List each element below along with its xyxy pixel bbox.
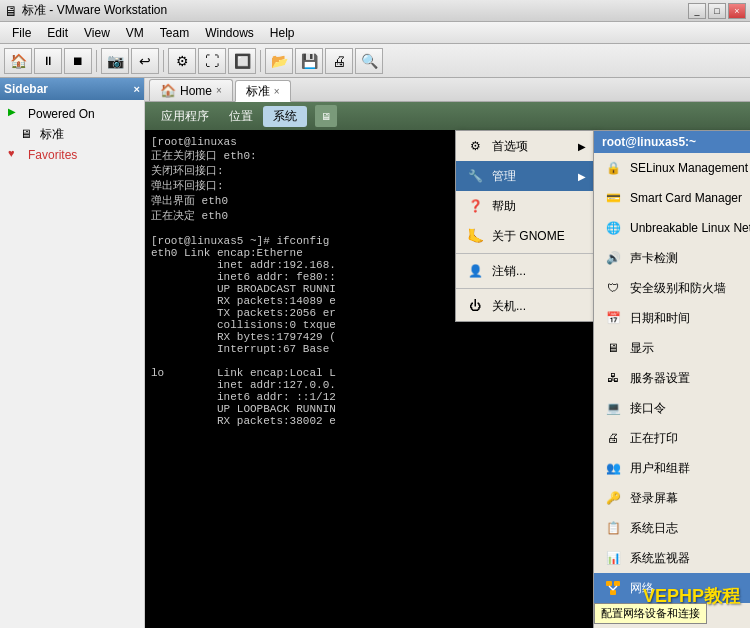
toolbar-pause[interactable]: ⏸ <box>34 48 62 74</box>
sysmonitor-icon: 📊 <box>602 547 624 569</box>
datetime-label: 日期和时间 <box>630 310 690 327</box>
toolbar-settings[interactable]: ⚙ <box>168 48 196 74</box>
toolbar-btn2[interactable]: 💾 <box>295 48 323 74</box>
tab-area: 🏠 Home × 标准 × 应用程序 位置 系统 🖥 [root@linuxas… <box>145 78 750 628</box>
gnome-places-menu[interactable]: 位置 <box>219 106 263 127</box>
firewall-label: 安全级别和防火墙 <box>630 280 726 297</box>
favorites-label: Favorites <box>28 148 77 162</box>
network-config-label: Unbreakable Linux Network Configuration <box>630 221 750 235</box>
toolbar-revert[interactable]: ↩ <box>131 48 159 74</box>
sidebar-powered-on-label: Powered On <box>28 107 95 121</box>
sound-label: 声卡检测 <box>630 250 678 267</box>
admin-sound[interactable]: 🔊 声卡检测 <box>594 243 750 273</box>
admin-terminal[interactable]: 💻 接口令 <box>594 393 750 423</box>
toolbar-btn3[interactable]: 🖨 <box>325 48 353 74</box>
toolbar-snapshot[interactable]: 📷 <box>101 48 129 74</box>
admin-network-config[interactable]: 🌐 Unbreakable Linux Network Configuratio… <box>594 213 750 243</box>
admin-printing[interactable]: 🖨 正在打印 <box>594 423 750 453</box>
admin-arrow: ▶ <box>578 171 586 182</box>
svg-rect-0 <box>606 581 612 586</box>
menu-shutdown[interactable]: ⏻ 关机... <box>456 291 594 321</box>
syslog-label: 系统日志 <box>630 520 678 537</box>
help-label: 帮助 <box>492 198 516 215</box>
svg-rect-1 <box>614 581 620 586</box>
toolbar-home[interactable]: 🏠 <box>4 48 32 74</box>
sound-icon: 🔊 <box>602 247 624 269</box>
admin-firewall[interactable]: 🛡 安全级别和防火墙 <box>594 273 750 303</box>
help-icon: ❓ <box>464 195 486 217</box>
vm-tab-close[interactable]: × <box>274 86 280 97</box>
menu-file[interactable]: File <box>4 24 39 42</box>
vm-content: 应用程序 位置 系统 🖥 [root@linuxas 正在关闭接口 eth0: … <box>145 102 750 628</box>
selinux-label: SELinux Management <box>630 161 748 175</box>
toolbar-unity[interactable]: 🔲 <box>228 48 256 74</box>
server-label: 服务器设置 <box>630 370 690 387</box>
vm-icon: 🖥 <box>20 127 36 143</box>
admin-sysmonitor[interactable]: 📊 系统监视器 <box>594 543 750 573</box>
admin-datetime[interactable]: 📅 日期和时间 <box>594 303 750 333</box>
home-tab-close[interactable]: × <box>216 85 222 96</box>
firewall-icon: 🛡 <box>602 277 624 299</box>
toolbar-sep1 <box>96 50 97 72</box>
menu-edit[interactable]: Edit <box>39 24 76 42</box>
about-icon: 🦶 <box>464 225 486 247</box>
minimize-button[interactable]: _ <box>688 3 706 19</box>
sidebar-vm-item[interactable]: 🖥 标准 <box>4 124 140 145</box>
powered-on-icon: ▶ <box>8 106 24 122</box>
menu-sep2 <box>456 288 594 289</box>
preferences-arrow: ▶ <box>578 141 586 152</box>
admin-syslog[interactable]: 📋 系统日志 <box>594 513 750 543</box>
window-controls: _ □ × <box>688 3 746 19</box>
admin-users[interactable]: 👥 用户和组群 <box>594 453 750 483</box>
vm-tab-label: 标准 <box>246 83 270 100</box>
network-config-icon: 🌐 <box>602 217 624 239</box>
menu-team[interactable]: Team <box>152 24 197 42</box>
users-icon: 👥 <box>602 457 624 479</box>
menu-view[interactable]: View <box>76 24 118 42</box>
toolbar-fullscreen[interactable]: ⛶ <box>198 48 226 74</box>
close-button[interactable]: × <box>728 3 746 19</box>
sidebar-title: Sidebar <box>4 82 48 96</box>
menu-help[interactable]: Help <box>262 24 303 42</box>
shutdown-label: 关机... <box>492 298 526 315</box>
sysmonitor-label: 系统监视器 <box>630 550 690 567</box>
toolbar-btn1[interactable]: 📂 <box>265 48 293 74</box>
menu-windows[interactable]: Windows <box>197 24 262 42</box>
preferences-icon: ⚙ <box>464 135 486 157</box>
admin-server[interactable]: 🖧 服务器设置 ▶ <box>594 363 750 393</box>
system-dropdown: ⚙ 首选项 ▶ 🔧 管理 ▶ ❓ 帮助 🦶 关于 GNOME <box>455 130 595 322</box>
menu-logout[interactable]: 👤 注销... <box>456 256 594 286</box>
menu-vm[interactable]: VM <box>118 24 152 42</box>
tab-home[interactable]: 🏠 Home × <box>149 79 233 101</box>
gnome-system-menu[interactable]: 系统 <box>263 106 307 127</box>
menu-help[interactable]: ❓ 帮助 <box>456 191 594 221</box>
toolbar: 🏠 ⏸ ⏹ 📷 ↩ ⚙ ⛶ 🔲 📂 💾 🖨 🔍 <box>0 44 750 78</box>
admin-selinux[interactable]: 🔒 SELinux Management <box>594 153 750 183</box>
about-gnome-label: 关于 GNOME <box>492 228 565 245</box>
logout-label: 注销... <box>492 263 526 280</box>
svg-line-4 <box>613 586 617 590</box>
maximize-button[interactable]: □ <box>708 3 726 19</box>
menu-preferences[interactable]: ⚙ 首选项 ▶ <box>456 131 594 161</box>
admin-display[interactable]: 🖥 显示 <box>594 333 750 363</box>
admin-login[interactable]: 🔑 登录屏幕 <box>594 483 750 513</box>
title-bar: 🖥 标准 - VMware Workstation _ □ × <box>0 0 750 22</box>
toolbar-btn4[interactable]: 🔍 <box>355 48 383 74</box>
tab-vm[interactable]: 标准 × <box>235 80 291 102</box>
menu-admin[interactable]: 🔧 管理 ▶ <box>456 161 594 191</box>
sidebar: Sidebar × ▶ Powered On 🖥 标准 ♥ Favorites <box>0 78 145 628</box>
admin-logical-vol[interactable]: 💾 逻辑卷管理器 <box>594 624 750 628</box>
smartcard-icon: 💳 <box>602 187 624 209</box>
admin-submenu: root@linuxas5:~ 🔒 SELinux Management 💳 S… <box>593 130 750 628</box>
sidebar-favorites[interactable]: ♥ Favorites <box>4 145 140 165</box>
menu-about-gnome[interactable]: 🦶 关于 GNOME <box>456 221 594 251</box>
terminal-label: 接口令 <box>630 400 666 417</box>
toolbar-sep3 <box>260 50 261 72</box>
gnome-apps-menu[interactable]: 应用程序 <box>151 106 219 127</box>
tooltip-text: 配置网络设备和连接 <box>601 607 700 619</box>
sidebar-powered-on[interactable]: ▶ Powered On <box>4 104 140 124</box>
admin-smartcard[interactable]: 💳 Smart Card Manager <box>594 183 750 213</box>
preferences-label: 首选项 <box>492 138 528 155</box>
sidebar-close-button[interactable]: × <box>134 83 140 95</box>
toolbar-stop[interactable]: ⏹ <box>64 48 92 74</box>
